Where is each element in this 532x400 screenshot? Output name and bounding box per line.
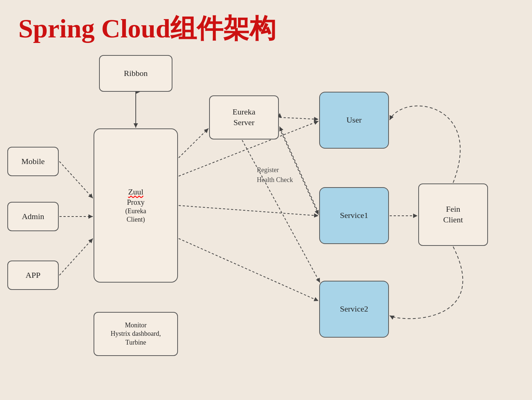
zuul-detail: (EurekaClient) bbox=[125, 207, 146, 224]
service1-label: Service1 bbox=[340, 210, 368, 221]
ribbon-label: Ribbon bbox=[124, 68, 148, 79]
svg-line-3 bbox=[59, 239, 93, 275]
zuul-node: Zuul Proxy (EurekaClient) bbox=[94, 128, 178, 283]
app-node: APP bbox=[7, 261, 59, 290]
user-label: User bbox=[346, 115, 362, 126]
register-health-label: RegisterHealth Check bbox=[257, 165, 293, 185]
admin-label: Admin bbox=[22, 211, 44, 222]
svg-line-1 bbox=[59, 161, 93, 198]
user-node: User bbox=[319, 92, 389, 149]
admin-node: Admin bbox=[7, 202, 59, 231]
zuul-label: Zuul bbox=[128, 187, 143, 196]
mobile-label: Mobile bbox=[21, 156, 45, 167]
service2-node: Service2 bbox=[319, 281, 389, 338]
fein-label: FeinClient bbox=[443, 204, 463, 225]
ribbon-node: Ribbon bbox=[99, 55, 172, 92]
eureka-node: EurekaServer bbox=[209, 95, 279, 139]
svg-line-10 bbox=[179, 239, 318, 301]
svg-line-8 bbox=[242, 140, 320, 283]
service2-label: Service2 bbox=[340, 304, 368, 314]
app-label: APP bbox=[26, 270, 40, 281]
monitor-node: MonitorHystrix dashboard,Turbine bbox=[94, 312, 178, 356]
service1-node: Service1 bbox=[319, 187, 389, 244]
eureka-label: EurekaServer bbox=[233, 107, 255, 128]
fein-node: FeinClient bbox=[418, 183, 488, 246]
mobile-node: Mobile bbox=[7, 147, 59, 176]
svg-line-9 bbox=[179, 206, 318, 216]
svg-line-5 bbox=[280, 117, 318, 119]
svg-line-4 bbox=[179, 128, 208, 158]
zuul-subtitle: Proxy bbox=[125, 197, 146, 207]
monitor-label: MonitorHystrix dashboard,Turbine bbox=[111, 321, 161, 347]
zuul-title: Zuul bbox=[125, 187, 146, 197]
